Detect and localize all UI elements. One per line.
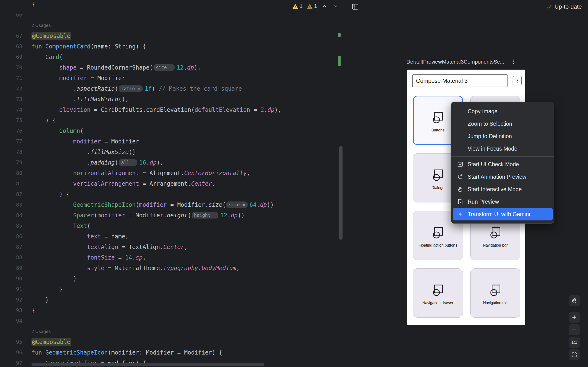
line-number[interactable]: 75 [0, 115, 28, 126]
preview-card-navigation-drawer[interactable]: Navigation drawer [413, 268, 463, 317]
line-number[interactable]: 70 [0, 62, 28, 73]
usages-inlay-hint[interactable]: 2 Usages [28, 329, 51, 334]
build-sync-status: Up-to-date [546, 3, 582, 10]
code-text[interactable]: text = name, [28, 231, 129, 242]
code-text[interactable]: fun ComponentCard(name: String) { [28, 41, 146, 52]
code-text[interactable]: elevation = CardDefaults.cardElevation(d… [28, 105, 281, 115]
line-number[interactable]: 76 [0, 126, 28, 136]
code-text[interactable]: fun GeometricShapeIcon(modifier: Modifie… [28, 347, 222, 358]
menu-item-run-preview[interactable]: Run Preview [453, 195, 553, 208]
menu-item-transform-ui-with-gemini[interactable]: Transform UI with Gemini [453, 208, 553, 220]
inspections-widget: 1 1 [292, 2, 339, 10]
zoom-out-button[interactable] [569, 324, 580, 335]
component-card-label: Floating action buttons [419, 243, 457, 248]
code-text[interactable]: } [28, 284, 63, 295]
code-text[interactable]: @Composable [28, 31, 71, 41]
code-text[interactable]: .padding(all =16.dp), [28, 157, 164, 168]
line-number[interactable]: 66 [0, 10, 28, 20]
editor-horizontal-scrollbar[interactable] [32, 363, 264, 366]
code-text[interactable]: style = MaterialTheme.typography.bodyMed… [28, 263, 240, 274]
line-number[interactable]: 82 [0, 189, 28, 200]
line-number[interactable]: 68 [0, 41, 28, 52]
line-number[interactable]: 80 [0, 168, 28, 178]
menu-item-start-animation-preview[interactable]: Start Animation Preview [453, 171, 553, 183]
code-text[interactable]: Spacer(modifier = Modifier.height(height… [28, 210, 244, 221]
line-number[interactable]: 95 [0, 337, 28, 347]
line-number[interactable]: 89 [0, 263, 28, 274]
warning-count: 1 [300, 3, 303, 9]
line-number[interactable]: 71 [0, 73, 28, 83]
previous-issue-button[interactable] [321, 3, 328, 10]
zoom-to-fit-button[interactable] [569, 349, 580, 360]
code-text[interactable]: fontSize = 14.sp, [28, 252, 146, 263]
line-number[interactable]: 94 [0, 316, 28, 326]
line-number[interactable]: 73 [0, 94, 28, 105]
code-text[interactable]: modifier = Modifier [28, 136, 139, 147]
menu-item-jump-to-definition[interactable]: Jump to Definition [453, 130, 553, 142]
compose-overflow-button[interactable] [513, 76, 522, 85]
line-number[interactable]: 88 [0, 252, 28, 263]
line-number[interactable]: 97 [0, 358, 28, 367]
code-text[interactable]: @Composable [28, 337, 71, 347]
line-number[interactable]: 77 [0, 136, 28, 147]
code-text[interactable]: ) { [28, 115, 56, 126]
line-number[interactable]: 84 [0, 210, 28, 221]
line-number[interactable]: 93 [0, 305, 28, 316]
menu-item-start-interactive-mode[interactable]: Start Interactive Mode [453, 183, 553, 195]
zoom-actual-size-button[interactable]: 1:1 [569, 337, 580, 348]
code-text[interactable]: ) { [28, 189, 70, 200]
line-number[interactable]: 78 [0, 147, 28, 157]
warnings-indicator[interactable]: 1 [292, 3, 303, 10]
geometric-shape-icon [488, 283, 502, 298]
menu-item-copy-image[interactable]: Copy Image [453, 105, 553, 117]
line-number[interactable]: 96 [0, 347, 28, 358]
code-text[interactable]: textAlign = TextAlign.Center, [28, 242, 188, 252]
line-number[interactable]: 72 [0, 83, 28, 94]
preview-layout-button[interactable] [350, 2, 360, 11]
component-card-label: Navigation bar [483, 243, 508, 248]
line-number[interactable]: 90 [0, 274, 28, 284]
line-number[interactable]: 74 [0, 105, 28, 115]
code-text[interactable]: Text( [28, 221, 91, 231]
weak-warnings-indicator[interactable]: 1 [306, 3, 317, 10]
code-text[interactable]: GeometricShapeIcon(modifier = Modifier.s… [28, 200, 274, 210]
code-text[interactable]: shape = RoundedCornerShape(size =12.dp), [28, 62, 201, 73]
line-number[interactable]: 67 [0, 31, 28, 41]
animation-icon [453, 173, 468, 180]
line-number[interactable]: 86 [0, 231, 28, 242]
next-issue-button[interactable] [332, 3, 339, 10]
code-text[interactable]: } [28, 295, 49, 305]
preview-card-navigation-rail[interactable]: Navigation rail [470, 268, 520, 317]
line-number[interactable]: 69 [0, 52, 28, 62]
pan-button[interactable] [569, 295, 580, 306]
usages-inlay-hint[interactable]: 2 Usages [28, 23, 51, 28]
code-text[interactable]: horizontalAlignment = Alignment.CenterHo… [28, 168, 250, 178]
code-text[interactable]: Card( [28, 52, 63, 62]
editor-vertical-scrollbar[interactable] [339, 146, 343, 240]
code-text[interactable]: } [28, 305, 35, 316]
inlay-row: 2 Usages [0, 326, 340, 337]
code-text[interactable]: ) [28, 274, 77, 284]
menu-item-start-ui-check-mode[interactable]: Start UI Check Mode [453, 158, 553, 171]
line-number[interactable]: 81 [0, 178, 28, 189]
zoom-in-button[interactable] [569, 312, 580, 323]
code-text[interactable]: verticalArrangement = Arrangement.Center… [28, 178, 216, 189]
line-number[interactable]: 91 [0, 284, 28, 295]
line-number[interactable]: 83 [0, 200, 28, 210]
code-text[interactable]: .aspectRatio(ratio =1f) // Makes the car… [28, 83, 242, 94]
menu-item-view-in-focus-mode[interactable]: View in Focus Mode [453, 142, 553, 155]
code-text[interactable]: } [28, 0, 35, 10]
compose-title-field[interactable]: Compose Material 3 [412, 74, 508, 87]
line-number[interactable]: 79 [0, 157, 28, 168]
code-line: 76 Column( [0, 126, 340, 136]
line-number[interactable]: 87 [0, 242, 28, 252]
code-text[interactable]: modifier = Modifier [28, 73, 125, 83]
code-text[interactable]: .fillMaxSize() [28, 147, 136, 157]
menu-item-zoom-to-selection[interactable]: Zoom to Selection [453, 117, 553, 130]
line-number[interactable]: 92 [0, 295, 28, 305]
line-number[interactable]: 85 [0, 221, 28, 231]
code-text[interactable]: Column( [28, 126, 84, 136]
preview-options-button[interactable] [510, 58, 518, 66]
code-editor[interactable]: }662 Usages67@Composable68fun ComponentC… [0, 0, 344, 367]
code-text[interactable]: .fillMaxWidth(), [28, 94, 129, 105]
